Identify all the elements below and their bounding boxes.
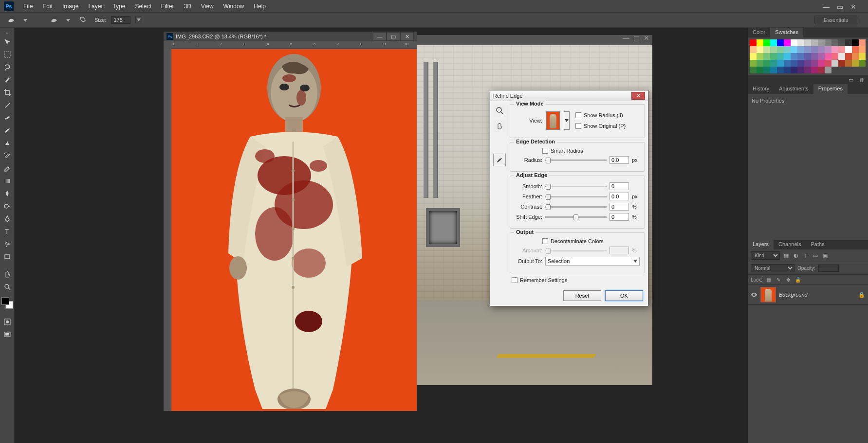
swatch[interactable] [750,46,757,53]
channels-tab[interactable]: Channels [774,240,806,249]
swatch[interactable] [845,53,852,60]
rectangle-tool-icon[interactable] [0,251,14,263]
window-close-icon[interactable]: ✕ [849,3,858,10]
swatch[interactable] [791,53,797,60]
swatch[interactable] [770,67,777,73]
paths-tab[interactable]: Paths [806,240,830,249]
swatch[interactable] [763,53,770,60]
filter-adjustment-icon[interactable]: ◐ [793,252,799,259]
dodge-tool-icon[interactable] [0,200,14,212]
filter-type-icon[interactable]: T [802,252,809,259]
blur-tool-icon[interactable] [0,188,14,199]
doc-maximize-button[interactable]: ▢ [387,32,400,41]
menu-filter[interactable]: Filter [156,1,179,12]
menu-layer[interactable]: Layer [83,1,108,12]
menu-type[interactable]: Type [108,1,130,12]
swatch[interactable] [831,53,838,60]
lock-transparent-icon[interactable]: ▦ [765,276,772,283]
brush-tool-icon[interactable] [0,124,14,136]
swatch[interactable] [818,67,825,73]
swatch[interactable] [750,67,757,73]
menu-file[interactable]: File [18,1,37,12]
filter-pixel-icon[interactable]: ▦ [783,252,790,259]
doc2-close-icon[interactable]: ✕ [644,34,649,42]
blend-mode-select[interactable]: Normal [751,264,794,272]
swatch[interactable] [784,67,791,73]
swatch[interactable] [818,39,825,46]
show-original-checkbox[interactable] [575,123,581,129]
view-mode-dropdown-icon[interactable] [564,111,570,130]
swatch[interactable] [831,60,838,67]
radius-input[interactable] [609,156,629,164]
swatch[interactable] [797,39,804,46]
swatch[interactable] [818,46,825,53]
swatch[interactable] [770,60,777,67]
canvas-image[interactable] [171,49,417,411]
doc-close-button[interactable]: ✕ [400,32,414,41]
swatch[interactable] [770,46,777,53]
tool-preset-dropdown-icon[interactable] [23,17,28,23]
swatches-tab[interactable]: Swatches [770,28,803,37]
swatch[interactable] [763,60,770,67]
swatch[interactable] [791,67,797,73]
clone-stamp-tool-icon[interactable] [0,137,14,149]
gradient-tool-icon[interactable] [0,175,14,187]
layer-lock-icon[interactable]: 🔒 [858,291,865,298]
document-window-1[interactable]: Ps IMG_2963.CR2 @ 13.4% (RGB/16*) * — ▢ … [164,32,417,411]
menu-window[interactable]: Window [219,1,249,12]
swatch[interactable] [797,60,804,67]
swatch[interactable] [845,39,852,46]
swatch[interactable] [825,46,831,53]
swatch[interactable] [757,67,763,73]
remember-settings-checkbox[interactable] [512,277,517,283]
lock-all-icon[interactable]: 🔒 [794,276,801,283]
doc2-maximize-icon[interactable]: ▢ [633,34,640,42]
swatch[interactable] [784,53,791,60]
foreground-background-colors[interactable] [1,297,13,309]
swatch[interactable] [791,46,797,53]
layer-filter-select[interactable]: Kind [751,251,780,260]
swatch[interactable] [852,53,859,60]
swatch[interactable] [757,39,763,46]
swatch[interactable] [811,53,818,60]
swatch[interactable] [791,60,797,67]
swatch[interactable] [797,46,804,53]
pen-tool-icon[interactable] [0,213,14,225]
hand-tool-icon[interactable] [0,268,14,280]
doc2-minimize-icon[interactable]: — [623,34,629,42]
smooth-input[interactable] [609,182,629,190]
swatch[interactable] [804,39,811,46]
layer-visibility-icon[interactable] [751,291,757,298]
size-dropdown-icon[interactable] [135,17,142,23]
swatch[interactable] [838,46,845,53]
dialog-hand-tool-icon[interactable] [493,120,506,132]
quick-selection-tool-icon[interactable] [0,74,14,86]
menu-select[interactable]: Select [130,1,156,12]
ok-button[interactable]: OK [605,290,643,301]
swatch[interactable] [845,60,852,67]
smart-radius-checkbox[interactable] [542,148,548,154]
swatch[interactable] [825,53,831,60]
swatch[interactable] [777,39,784,46]
swatch[interactable] [777,53,784,60]
ruler-horizontal[interactable]: 012345678910 [171,41,417,49]
new-swatch-icon[interactable]: ▭ [848,76,854,83]
feather-slider[interactable] [545,196,607,197]
swatch[interactable] [770,39,777,46]
layer-thumbnail[interactable] [760,287,776,302]
feather-input[interactable] [609,193,629,200]
swatch[interactable] [797,67,804,73]
swatch[interactable] [784,46,791,53]
swatch[interactable] [811,60,818,67]
zoom-tool-icon[interactable] [0,281,14,293]
swatch[interactable] [818,53,825,60]
dialog-close-button[interactable]: ✕ [631,92,645,100]
swatch[interactable] [763,67,770,73]
swatch[interactable] [777,60,784,67]
filter-shape-icon[interactable]: ▭ [812,252,819,259]
swatch[interactable] [804,67,811,73]
window-minimize-icon[interactable]: — [821,3,831,10]
swatch[interactable] [838,39,845,46]
swatch[interactable] [852,46,859,53]
shift-edge-slider[interactable] [545,216,607,218]
